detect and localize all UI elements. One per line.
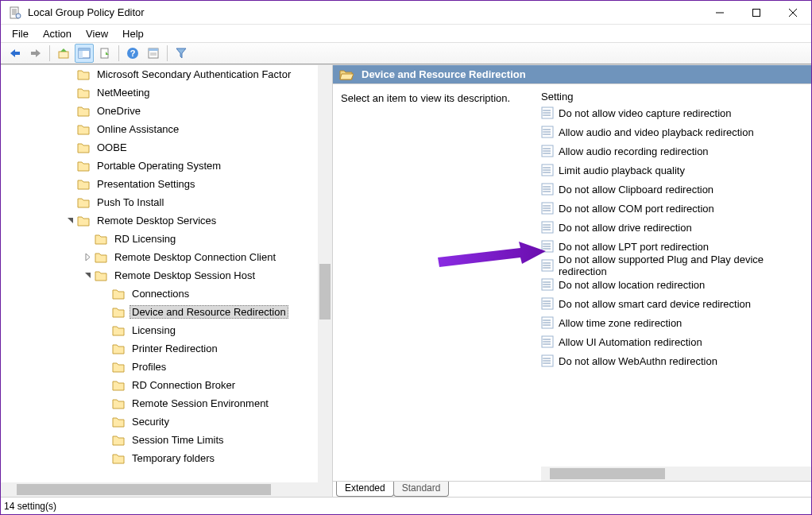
tree-item[interactable]: NetMeeting <box>1 83 318 102</box>
setting-item[interactable]: Do not allow COM port redirection <box>541 199 811 218</box>
tab-extended[interactable]: Extended <box>336 482 394 497</box>
tree-item[interactable]: Online Assistance <box>1 120 318 138</box>
tree-item-label: OOBE <box>95 141 130 153</box>
tree-expander[interactable] <box>64 179 75 190</box>
tree-item-label: RD Licensing <box>112 233 178 245</box>
tree-item-label: Connections <box>130 288 191 300</box>
close-button[interactable] <box>775 1 811 24</box>
setting-item[interactable]: Do not allow Clipboard redirection <box>541 180 811 199</box>
show-hide-tree-button[interactable] <box>75 44 94 63</box>
setting-item[interactable]: Do not allow WebAuthn redirection <box>541 351 811 370</box>
tree-item[interactable]: Printer Redirection <box>1 339 318 358</box>
setting-label: Allow time zone redirection <box>559 317 682 329</box>
tree-expander[interactable] <box>99 398 110 409</box>
tab-standard[interactable]: Standard <box>393 482 450 497</box>
tree-item[interactable]: Push To Install <box>1 193 318 211</box>
setting-item[interactable]: Do not allow supported Plug and Play dev… <box>541 256 811 275</box>
menu-action[interactable]: Action <box>37 26 78 41</box>
tree-horizontal-scrollbar[interactable] <box>1 482 318 497</box>
tree-item-label: Remote Desktop Session Host <box>112 269 257 281</box>
tree-expander[interactable] <box>99 288 110 300</box>
svg-point-112 <box>543 341 544 343</box>
tree-expander[interactable] <box>99 362 110 373</box>
tree-expander[interactable] <box>64 124 75 135</box>
tree-item[interactable]: Temporary folders <box>1 449 318 467</box>
tree-item[interactable]: Microsoft Secondary Authentication Facto… <box>1 65 318 83</box>
tree-item[interactable]: Portable Operating System <box>1 157 318 175</box>
app-window: Local Group Policy Editor File Action Vi… <box>0 0 812 515</box>
tree-expander[interactable] <box>64 161 75 172</box>
tree-view[interactable]: Microsoft Secondary Authentication Facto… <box>1 65 318 482</box>
tree-expander[interactable] <box>64 215 75 227</box>
svg-point-55 <box>543 186 544 188</box>
setting-label: Do not allow LPT port redirection <box>559 241 709 253</box>
tree-item[interactable]: Remote Desktop Connection Client <box>1 248 318 266</box>
setting-label: Allow UI Automation redirection <box>559 336 702 348</box>
setting-item[interactable]: Do not allow video capture redirection <box>541 103 811 122</box>
tree-pane: Microsoft Secondary Authentication Facto… <box>1 65 333 497</box>
setting-item[interactable]: Allow audio recording redirection <box>541 141 811 161</box>
tree-item[interactable]: Licensing <box>1 321 318 339</box>
properties-button[interactable] <box>144 44 163 63</box>
tree-item[interactable]: Session Time Limits <box>1 431 318 449</box>
tree-expander[interactable] <box>99 416 110 428</box>
setting-label: Do not allow video capture redirection <box>559 107 732 119</box>
tree-expander[interactable] <box>82 252 93 263</box>
menu-view[interactable]: View <box>79 26 114 41</box>
settings-column-header[interactable]: Setting <box>541 84 811 103</box>
help-button[interactable]: ? <box>123 44 142 63</box>
tree-expander[interactable] <box>99 453 110 464</box>
tree-item[interactable]: Security <box>1 412 318 431</box>
svg-point-41 <box>543 148 544 149</box>
svg-point-106 <box>543 324 544 326</box>
tree-expander[interactable] <box>64 106 75 117</box>
settings-horizontal-scrollbar[interactable] <box>541 467 811 481</box>
tree-item[interactable]: RD Licensing <box>1 230 318 248</box>
svg-point-49 <box>543 169 544 171</box>
nav-back-button[interactable] <box>6 44 25 63</box>
tree-expander[interactable] <box>99 307 110 318</box>
tree-expander[interactable] <box>99 380 110 391</box>
setting-item[interactable]: Do not allow drive redirection <box>541 218 811 237</box>
setting-item[interactable]: Limit audio playback quality <box>541 161 811 180</box>
tree-item[interactable]: Profiles <box>1 358 318 376</box>
svg-point-97 <box>543 300 544 302</box>
tree-vertical-scrollbar[interactable] <box>318 65 332 482</box>
tree-item[interactable]: OOBE <box>1 138 318 157</box>
maximize-button[interactable] <box>738 1 775 24</box>
tree-item[interactable]: Device and Resource Redirection <box>1 303 318 321</box>
tree-item[interactable]: Remote Desktop Services <box>1 211 318 230</box>
setting-item[interactable]: Allow time zone redirection <box>541 313 811 332</box>
tree-item[interactable]: Remote Desktop Session Host <box>1 266 318 285</box>
tree-expander[interactable] <box>64 87 75 99</box>
up-button[interactable] <box>54 44 73 63</box>
tree-expander[interactable] <box>64 142 75 153</box>
tree-expander[interactable] <box>99 343 110 354</box>
svg-point-84 <box>543 265 544 266</box>
tree-expander[interactable] <box>64 197 75 208</box>
minimize-button[interactable] <box>702 1 738 24</box>
setting-item[interactable]: Do not allow smart card device redirecti… <box>541 294 811 313</box>
tree-item[interactable]: Remote Session Environment <box>1 394 318 412</box>
export-button[interactable] <box>95 44 114 63</box>
menu-help[interactable]: Help <box>116 26 150 41</box>
tree-expander[interactable] <box>82 270 93 281</box>
svg-point-48 <box>543 167 544 168</box>
tree-item[interactable]: Connections <box>1 285 318 303</box>
tree-expander[interactable] <box>99 435 110 446</box>
nav-forward-button[interactable] <box>26 44 45 63</box>
settings-list[interactable]: Do not allow video capture redirectionAl… <box>541 103 811 467</box>
filter-button[interactable] <box>172 44 191 63</box>
tree-expander[interactable] <box>99 325 110 336</box>
tree-item[interactable]: Presentation Settings <box>1 175 318 193</box>
tree-expander[interactable] <box>82 234 93 245</box>
tree-item[interactable]: RD Connection Broker <box>1 376 318 394</box>
setting-item[interactable]: Allow UI Automation redirection <box>541 332 811 351</box>
tree-item[interactable]: OneDrive <box>1 102 318 120</box>
setting-item[interactable]: Do not allow location redirection <box>541 275 811 294</box>
tree-item-label: Profiles <box>130 361 168 373</box>
menu-file[interactable]: File <box>6 26 35 41</box>
svg-rect-20 <box>149 48 158 51</box>
setting-item[interactable]: Allow audio and video playback redirecti… <box>541 122 811 141</box>
tree-expander[interactable] <box>64 69 75 80</box>
